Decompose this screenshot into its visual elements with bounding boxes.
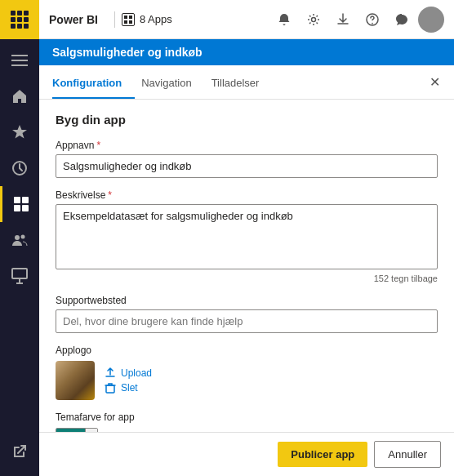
upload-button[interactable]: Upload [105,367,152,379]
banner-title: Salgsmuligheder og indkøb [52,46,203,59]
description-label: Beskrivelse * [56,189,438,201]
main-content: Power BI 8 Apps [39,0,454,476]
svg-rect-17 [106,385,114,393]
appname-required: * [96,140,100,151]
sidebar-item-workspaces[interactable] [0,258,39,294]
panel: Konfiguration Navigation Tilladelser ✕ B… [39,65,454,432]
footer: Publicer app Annuller [39,432,454,476]
sidebar-item-menu[interactable] [0,42,39,78]
svg-rect-7 [22,205,29,211]
svg-rect-4 [14,197,20,203]
theme-label: Temafarve for app [56,411,438,423]
tab-tilladelser[interactable]: Tilladelser [211,69,273,99]
svg-rect-13 [124,20,127,24]
workspace-icon [11,268,28,284]
topbar-icons [271,7,444,33]
svg-point-9 [21,235,25,239]
sidebar-item-shared[interactable] [0,222,39,258]
theme-section: Temafarve for app ▼ [56,411,438,432]
help-button[interactable] [359,7,385,33]
logo-section: Applogo Upload Slet [56,345,438,400]
tab-navigation[interactable]: Navigation [141,69,204,99]
support-label: Supportwebsted [56,295,438,306]
cancel-button[interactable]: Annuller [374,441,441,468]
apps-page-icon [122,13,135,26]
color-picker-button[interactable]: ▼ [56,428,98,432]
download-button[interactable] [330,7,356,33]
sidebar-item-home[interactable] [0,78,39,114]
description-group: Beskrivelse * 152 tegn tilbage [56,189,438,283]
logo-preview [56,361,95,400]
topbar: Power BI 8 Apps [39,0,454,39]
description-textarea[interactable] [56,204,438,269]
clock-icon [11,160,28,176]
topbar-logo: Power BI [49,13,98,26]
svg-rect-0 [11,55,28,56]
svg-rect-10 [12,269,27,278]
logo-actions: Upload Slet [105,367,152,394]
appname-group: Appnavn * [56,140,438,178]
apps-grid-icon [13,196,29,212]
menu-icon [11,52,28,69]
logo-label: Applogo [56,345,438,356]
delete-button[interactable]: Slet [105,382,152,394]
publish-button[interactable]: Publicer app [278,442,367,467]
trash-icon [105,382,116,394]
sidebar-bottom [0,434,39,476]
apps-count-label: 8 Apps [140,13,172,25]
user-avatar[interactable] [418,7,444,33]
notifications-button[interactable] [271,7,297,33]
color-swatch [56,428,85,432]
svg-rect-2 [11,65,28,66]
svg-rect-1 [11,60,28,61]
external-icon [11,443,28,460]
color-dropdown-arrow: ▼ [85,428,97,432]
sidebar-item-favorites[interactable] [0,114,39,150]
support-group: Supportwebsted [56,295,438,333]
support-input[interactable] [56,309,438,333]
svg-rect-14 [129,20,132,24]
home-icon [11,88,28,105]
tab-konfiguration[interactable]: Konfiguration [52,69,135,99]
close-button[interactable]: ✕ [425,72,444,91]
sidebar-logo[interactable] [0,0,39,39]
svg-rect-12 [129,16,132,19]
content-banner: Salgsmuligheder og indkøb [39,39,454,65]
power-bi-logo-text: Power BI [49,13,98,26]
logo-preview-row: Upload Slet [56,361,438,400]
feedback-button[interactable] [389,7,415,33]
sidebar-item-apps[interactable] [0,186,39,222]
svg-point-15 [312,17,316,21]
description-required: * [108,189,112,201]
section-title: Byg din app [56,113,438,127]
topbar-apps-label[interactable]: 8 Apps [122,13,172,26]
svg-rect-5 [22,197,29,203]
form-area: Byg din app Appnavn * Beskrivelse * 152 … [39,100,454,432]
topbar-divider [114,11,115,28]
sidebar-nav [0,39,39,434]
settings-button[interactable] [300,7,327,33]
upload-icon [105,367,116,379]
sidebar-item-recent[interactable] [0,150,39,186]
svg-rect-11 [124,16,127,19]
appname-input[interactable] [56,154,438,178]
logo-image [56,361,95,400]
waffle-icon [11,11,29,29]
svg-rect-6 [14,205,20,211]
star-icon [11,124,28,140]
sidebar-item-external[interactable] [0,434,39,469]
sidebar [0,0,39,476]
appname-label: Appnavn * [56,140,438,151]
people-icon [11,232,28,248]
svg-point-8 [15,235,20,240]
char-count: 152 tegn tilbage [56,274,438,283]
tabs: Konfiguration Navigation Tilladelser [39,69,454,100]
